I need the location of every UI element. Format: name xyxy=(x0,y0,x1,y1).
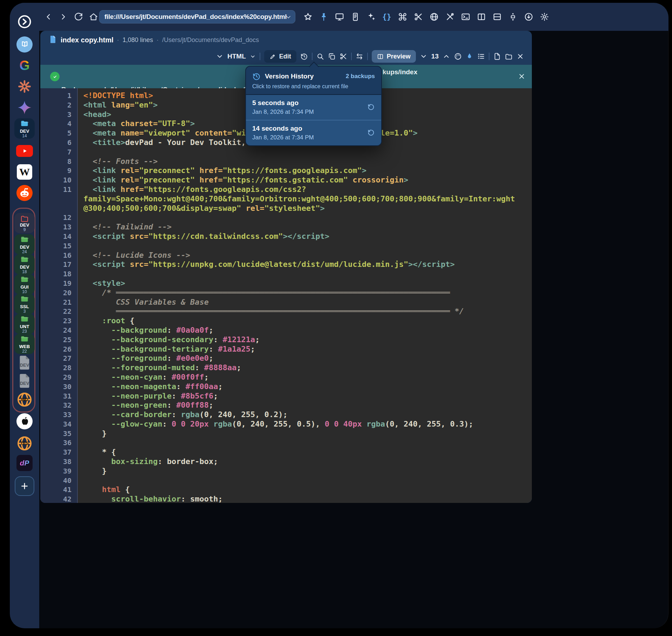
back-button[interactable] xyxy=(43,12,53,21)
web-globe-icon[interactable] xyxy=(430,12,439,21)
code-line[interactable]: <!-- Fonts --> xyxy=(83,157,532,166)
split-rows-icon[interactable] xyxy=(493,12,502,21)
url-bar[interactable]: file:///Users/jt/Documents/devPad_docs/i… xyxy=(99,10,295,23)
code-editor[interactable]: <!DOCTYPE html><html lang="en"><head> <m… xyxy=(78,88,532,503)
ai-sparkles-icon[interactable] xyxy=(366,12,376,21)
code-line[interactable]: family=Space+Mono:wght@400;700&family=Or… xyxy=(83,194,532,204)
code-line[interactable]: <!-- Lucide Icons --> xyxy=(83,251,532,260)
code-line[interactable]: <link href="https://fonts.googleapis.com… xyxy=(83,185,532,194)
code-line[interactable]: --glow-cyan: 0 0 20px rgba(0, 240, 255, … xyxy=(83,420,532,429)
sidebar-file-dev-1[interactable]: DEV xyxy=(10,354,39,372)
code-line[interactable]: --foreground-muted: #8888aa; xyxy=(83,363,532,373)
sidebar-folder-dev-14[interactable]: DEV14 xyxy=(10,118,39,139)
code-line[interactable]: --background-secondary: #12121a; xyxy=(83,335,532,345)
sidebar-site-ind[interactable]: IND xyxy=(10,391,39,408)
restore-icon[interactable] xyxy=(367,129,375,138)
split-columns-icon[interactable] xyxy=(477,12,486,21)
sidebar-folder-dev-18[interactable]: DEV18 xyxy=(10,254,39,275)
code-line[interactable]: <link rel="preconnect" href="https://fon… xyxy=(83,175,532,185)
code-line[interactable] xyxy=(83,213,532,222)
settings-gear-icon[interactable] xyxy=(540,12,549,21)
chevron-down-icon[interactable] xyxy=(285,14,292,22)
code-line[interactable]: /* ═════════════════════════════════════… xyxy=(83,288,532,298)
cut-icon[interactable] xyxy=(340,53,347,60)
code-line[interactable]: --neon-green: #00ff88; xyxy=(83,401,532,410)
home-button[interactable] xyxy=(89,12,98,21)
code-line[interactable]: scroll-behavior: smooth; xyxy=(83,495,532,503)
code-line[interactable]: <link rel="preconnect" href="https://fon… xyxy=(83,166,532,175)
terminal-icon[interactable] xyxy=(461,12,470,21)
edit-button[interactable]: Edit xyxy=(264,50,296,63)
sidebar-reddit[interactable] xyxy=(10,185,39,201)
code-braces-icon[interactable]: {} xyxy=(382,12,391,21)
sidebar-folder-ssl-3[interactable]: SSL3 xyxy=(10,294,39,314)
swap-arrows-icon[interactable] xyxy=(356,53,363,60)
code-line[interactable] xyxy=(83,241,532,251)
close-file-icon[interactable] xyxy=(516,53,524,60)
code-line[interactable]: --background: #0a0a0f; xyxy=(83,326,532,335)
sidebar-folder-dev-9[interactable]: DEV9 xyxy=(10,213,39,233)
font-size-value[interactable]: 13 xyxy=(431,53,439,60)
code-line[interactable]: --neon-purple: #8b5cf6; xyxy=(83,392,532,401)
code-line[interactable] xyxy=(83,147,532,157)
sidebar-wikipedia[interactable]: W xyxy=(10,164,39,180)
sidebar-devpad-logo[interactable]: dP xyxy=(10,455,39,471)
bookmark-star-icon[interactable] xyxy=(303,12,313,21)
sidebar-claude[interactable] xyxy=(10,79,39,94)
format-brush-icon[interactable] xyxy=(466,53,473,60)
reader-icon[interactable] xyxy=(351,12,360,21)
sidebar-google[interactable]: G xyxy=(10,58,39,73)
sidebar-file-dev-2[interactable]: DEV xyxy=(10,373,39,390)
sidebar-apple[interactable] xyxy=(10,413,39,429)
flip-vertical-icon[interactable] xyxy=(508,12,517,21)
theme-palette-icon[interactable] xyxy=(454,53,462,60)
preview-button[interactable]: Preview xyxy=(372,50,416,63)
copy-icon[interactable] xyxy=(328,53,336,60)
font-size-decrease-icon[interactable] xyxy=(420,53,427,60)
snip-icon[interactable] xyxy=(414,12,423,21)
sidebar-add-button[interactable] xyxy=(10,476,39,496)
sidebar-gemini[interactable] xyxy=(10,100,39,115)
code-line[interactable]: html { xyxy=(83,485,532,495)
code-line[interactable]: box-sizing: border-box; xyxy=(83,457,532,466)
devtools-icon[interactable] xyxy=(445,12,454,21)
code-line[interactable] xyxy=(83,438,532,448)
sidebar-folder-web-22[interactable]: WEB22 xyxy=(10,334,39,354)
code-line[interactable]: --neon-cyan: #00f0ff; xyxy=(83,373,532,382)
backup-entry[interactable]: 14 seconds agoJan 8, 2026 at 7:34 PM xyxy=(246,120,381,145)
search-icon[interactable] xyxy=(316,53,324,60)
font-size-increase-icon[interactable] xyxy=(443,53,450,60)
pin-icon[interactable] xyxy=(319,12,328,21)
code-line[interactable]: --background-tertiary: #1a1a25; xyxy=(83,345,532,354)
app-logo[interactable] xyxy=(10,14,39,30)
sidebar-reading-list[interactable] xyxy=(10,36,39,53)
collapse-editor-icon[interactable] xyxy=(216,53,224,60)
reload-button[interactable] xyxy=(74,12,83,21)
code-line[interactable] xyxy=(83,269,532,279)
sidebar-folder-gui-10[interactable]: GUI10 xyxy=(10,274,39,295)
ordered-list-icon[interactable] xyxy=(477,53,485,60)
sidebar-youtube[interactable] xyxy=(10,145,39,157)
banner-close-icon[interactable] xyxy=(517,72,526,81)
sidebar-site-tes[interactable]: TES xyxy=(10,435,39,452)
code-line[interactable]: <style> xyxy=(83,279,532,288)
sidebar-folder-unt-23[interactable]: UNT23 xyxy=(10,314,39,334)
restore-icon[interactable] xyxy=(367,103,375,112)
language-dropdown-icon[interactable] xyxy=(250,54,256,60)
language-label[interactable]: HTML xyxy=(227,53,246,60)
code-line[interactable]: :root { xyxy=(83,316,532,326)
code-line[interactable]: CSS Variables & Base xyxy=(83,298,532,307)
monitor-icon[interactable] xyxy=(335,12,344,21)
version-history-icon[interactable] xyxy=(300,53,308,60)
code-line[interactable]: --foreground: #e0e0e0; xyxy=(83,354,532,363)
code-line[interactable]: <script src="https://cdn.tailwindcss.com… xyxy=(83,232,532,241)
code-line[interactable]: ════════════════════════════════════════… xyxy=(83,307,532,316)
code-line[interactable]: @300;400;500;600;700&display=swap" rel="… xyxy=(83,204,532,213)
new-file-icon[interactable] xyxy=(493,53,501,60)
code-line[interactable]: --neon-magenta: #ff00aa; xyxy=(83,382,532,392)
downloads-icon[interactable] xyxy=(524,12,533,21)
code-line[interactable]: } xyxy=(83,466,532,476)
forward-button[interactable] xyxy=(59,12,68,21)
backup-entry[interactable]: 5 seconds agoJan 8, 2026 at 7:34 PM xyxy=(246,95,381,120)
code-line[interactable]: * { xyxy=(83,448,532,457)
